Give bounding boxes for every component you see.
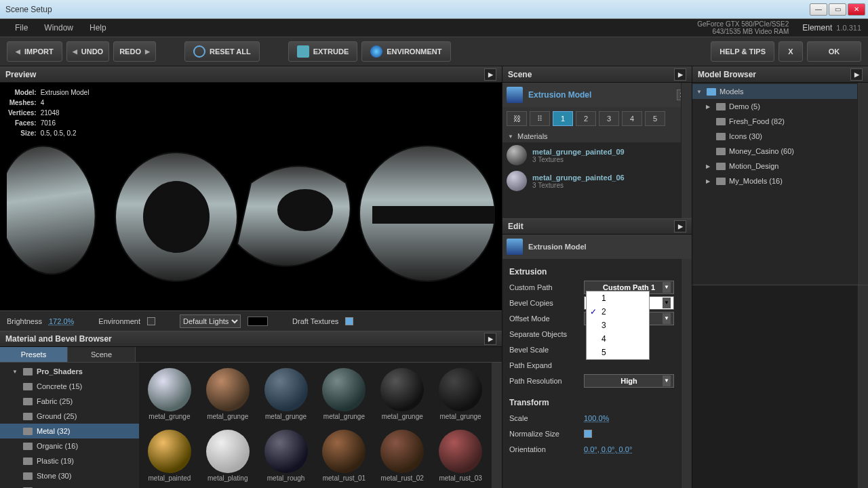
reset-icon — [193, 45, 205, 58]
material-thumb[interactable]: metal_rust_03 — [433, 427, 488, 486]
material-thumb[interactable]: metal_plating — [200, 427, 256, 486]
material-browser-header: Material and Bevel Browser ▶ — [0, 331, 502, 347]
brightness-value[interactable]: 172.0% — [49, 317, 74, 325]
material-thumb[interactable]: metal_grunge — [433, 365, 488, 424]
tree-ground[interactable]: Ground (25) — [0, 409, 139, 424]
material-tree[interactable]: ▼Pro_Shaders Concrete (15) Fabric (25) G… — [0, 363, 139, 488]
lights-select[interactable]: Default Lights — [180, 314, 241, 328]
tree-plastic[interactable]: Plastic (19) — [0, 453, 139, 468]
folder-icon — [716, 163, 726, 170]
scene-scrollbar[interactable] — [681, 83, 692, 218]
orientation-value[interactable]: 0.0°, 0.0°, 0.0° — [584, 445, 632, 453]
copy-5[interactable]: 5 — [645, 111, 665, 126]
preview-collapse[interactable]: ▶ — [484, 68, 496, 81]
material-slot[interactable]: metal_grunge_painted_093 Textures — [502, 142, 692, 168]
menu-help[interactable]: Help — [81, 20, 115, 35]
model-preview-area — [692, 285, 857, 488]
tree-organic[interactable]: Organic (16) — [0, 439, 139, 453]
normalize-toggle[interactable] — [584, 430, 592, 438]
material-grid[interactable]: metal_grunge metal_grunge metal_grunge m… — [139, 363, 491, 488]
redo-button[interactable]: REDO▶ — [113, 41, 156, 62]
import-button[interactable]: ◀IMPORT — [7, 41, 62, 62]
tab-scene[interactable]: Scene — [68, 347, 136, 362]
tree-fabric[interactable]: Fabric (25) — [0, 394, 139, 409]
copy-1[interactable]: 1 — [553, 111, 573, 126]
material-thumb[interactable]: metal_grunge — [374, 365, 430, 424]
model-tree-item[interactable]: Fresh_Food (82) — [692, 114, 857, 129]
dropdown-item[interactable]: 1 — [587, 291, 649, 305]
bevel-copies-dropdown[interactable]: 1 2 3 4 5 — [586, 291, 650, 360]
scale-value[interactable]: 100.0% — [584, 414, 609, 422]
tree-concrete[interactable]: Concrete (15) — [0, 379, 139, 394]
x-button[interactable]: X — [778, 41, 803, 62]
matbrowser-collapse[interactable]: ▶ — [484, 333, 496, 345]
model-tree-item[interactable]: Money_Casino (60) — [692, 144, 857, 159]
bg-color-swatch[interactable] — [248, 317, 268, 326]
menubar: File Window Help GeForce GTX 580/PCIe/SS… — [0, 19, 868, 37]
model-tree-item[interactable]: ▶Motion_Design — [692, 159, 857, 174]
model-tree-item[interactable]: ▶My_Models (16) — [692, 174, 857, 188]
material-thumb[interactable]: metal_painted — [142, 427, 197, 486]
tree-pro-shaders[interactable]: ▼Pro_Shaders — [0, 364, 139, 379]
menu-file[interactable]: File — [7, 20, 36, 35]
preview-3d-text — [0, 83, 502, 310]
close-button[interactable]: ✕ — [848, 3, 865, 16]
folder-icon — [23, 428, 33, 435]
copy-3[interactable]: 3 — [599, 111, 619, 126]
materials-section-header[interactable]: ▼Materials — [502, 130, 692, 142]
edit-header: Edit ▶ — [502, 218, 692, 235]
toolbar: ◀IMPORT ◀UNDO REDO▶ RESET ALL EXTRUDE EN… — [0, 37, 868, 66]
particles-icon[interactable]: ⠿ — [530, 111, 550, 126]
preview-viewport[interactable]: Model:Extrusion Model Meshes:4 Vertices:… — [0, 83, 502, 310]
tab-presets[interactable]: Presets — [0, 347, 68, 362]
maximize-button[interactable]: ▭ — [829, 3, 846, 16]
material-thumb[interactable]: metal_rough — [258, 427, 314, 486]
copy-2[interactable]: 2 — [576, 111, 596, 126]
folder-icon — [716, 133, 726, 140]
minimize-button[interactable]: — — [810, 3, 827, 16]
dropdown-item[interactable]: 5 — [587, 346, 649, 359]
environment-button[interactable]: ENVIRONMENT — [361, 41, 450, 62]
environment-toggle[interactable] — [147, 317, 155, 325]
material-thumb[interactable]: metal_rust_02 — [374, 427, 430, 486]
plugin-name: Element — [802, 23, 832, 33]
model-tree-root[interactable]: ▼Models — [692, 84, 857, 99]
dropdown-item[interactable]: 3 — [587, 319, 649, 332]
dropdown-item[interactable]: 2 — [587, 305, 649, 319]
scene-collapse[interactable]: ▶ — [674, 68, 686, 81]
extrude-button[interactable]: EXTRUDE — [288, 41, 358, 62]
undo-button[interactable]: ◀UNDO — [66, 41, 109, 62]
tree-tiles[interactable]: Tiles (19) — [0, 483, 139, 488]
model-scrollbar[interactable] — [857, 83, 868, 285]
transform-section: Transform — [509, 394, 674, 410]
material-thumb[interactable]: metal_grunge — [317, 365, 372, 424]
material-scrollbar[interactable] — [491, 363, 502, 488]
model-tree-item[interactable]: Icons (30) — [692, 129, 857, 144]
link-icon[interactable]: ⛓ — [507, 111, 527, 126]
modelbrowser-collapse[interactable]: ▶ — [850, 68, 863, 81]
extrusion-icon — [507, 239, 523, 255]
edit-collapse[interactable]: ▶ — [674, 220, 686, 232]
ok-button[interactable]: OK — [807, 41, 861, 62]
help-tips-button[interactable]: HELP & TIPS — [711, 41, 774, 62]
folder-icon — [23, 398, 33, 405]
path-resolution-select[interactable]: High▼ — [584, 374, 674, 388]
material-thumb[interactable]: metal_grunge — [200, 365, 256, 424]
menu-window[interactable]: Window — [36, 20, 81, 35]
model-tree-item[interactable]: ▶Demo (5) — [692, 99, 857, 114]
draft-textures-toggle[interactable] — [345, 317, 353, 325]
material-thumb[interactable]: metal_rust_01 — [317, 427, 372, 486]
material-thumb[interactable]: metal_grunge — [258, 365, 314, 424]
svg-point-2 — [144, 182, 209, 252]
edit-scrollbar[interactable] — [681, 259, 692, 488]
scene-model-name[interactable]: Extrusion Model — [528, 90, 671, 100]
reset-all-button[interactable]: RESET ALL — [184, 41, 260, 62]
model-preview-scrollbar[interactable] — [857, 285, 868, 488]
tree-stone[interactable]: Stone (30) — [0, 468, 139, 483]
folder-icon — [23, 383, 33, 390]
material-thumb[interactable]: metal_grunge — [142, 365, 197, 424]
dropdown-item[interactable]: 4 — [587, 332, 649, 346]
material-slot[interactable]: metal_grunge_painted_063 Textures — [502, 168, 692, 194]
copy-4[interactable]: 4 — [622, 111, 642, 126]
tree-metal[interactable]: Metal (32) — [0, 424, 139, 439]
